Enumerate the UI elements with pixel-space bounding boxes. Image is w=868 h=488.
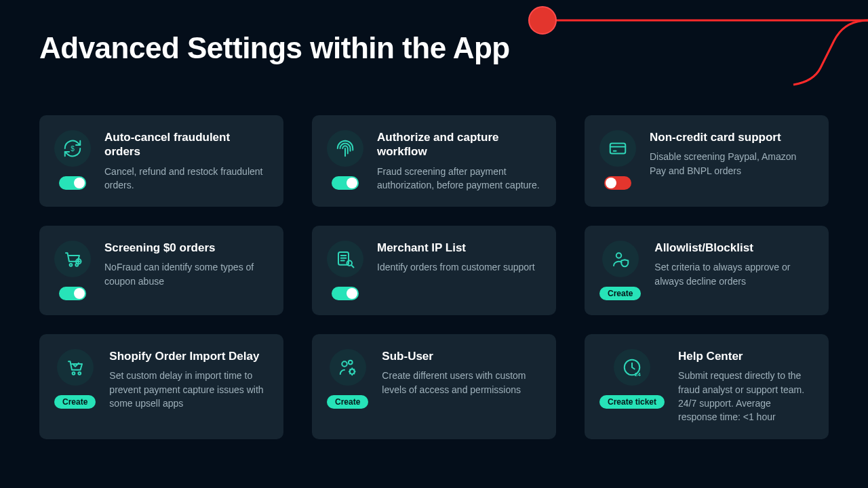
create-ticket-button[interactable]: Create ticket — [599, 395, 665, 409]
card-title: Non-credit card support — [650, 130, 812, 144]
svg-text:$: $ — [71, 145, 75, 152]
card-auto-cancel: $ Auto-cancel fraudulent orders Cancel, … — [39, 115, 283, 207]
create-import-delay-button[interactable]: Create — [54, 395, 96, 409]
card-title: Auto-cancel fraudulent orders — [104, 130, 267, 159]
svg-point-11 — [78, 372, 81, 375]
card-title: Screening $0 orders — [104, 241, 267, 255]
card-desc: Cancel, refund and restock fraudulent or… — [104, 165, 267, 192]
card-desc: Set custom delay in import time to preve… — [109, 369, 267, 410]
svg-text:24: 24 — [635, 371, 642, 378]
card-sub-user: Create Sub-User Create different users w… — [312, 334, 556, 439]
credit-card-icon — [599, 130, 636, 167]
card-desc: Disable screening Paypal, Amazon Pay and… — [650, 150, 812, 178]
card-title: Shopify Order Import Delay — [109, 349, 267, 363]
card-merchant-ip: Merchant IP List Identify orders from cu… — [312, 226, 556, 315]
users-gear-icon — [330, 349, 366, 386]
card-screening-zero: Screening $0 orders NoFraud can identify… — [39, 226, 283, 315]
svg-point-13 — [349, 361, 353, 365]
toggle-authorize-capture[interactable] — [332, 176, 359, 190]
settings-grid: $ Auto-cancel fraudulent orders Cancel, … — [39, 115, 829, 439]
svg-point-0 — [529, 7, 556, 34]
card-desc: Fraud screening after payment authorizat… — [377, 165, 540, 192]
card-desc: Identify orders from customer support — [377, 260, 540, 274]
card-desc: NoFraud can identify some types of coupo… — [104, 260, 267, 288]
card-title: Allowlist/Blocklist — [654, 241, 812, 255]
svg-point-1 — [529, 7, 556, 34]
card-non-credit-card: Non-credit card support Disable screenin… — [585, 115, 829, 207]
svg-point-12 — [342, 361, 347, 367]
toggle-merchant-ip[interactable] — [332, 287, 359, 300]
svg-rect-3 — [610, 144, 626, 154]
create-sub-user-button[interactable]: Create — [327, 395, 368, 409]
card-title: Help Center — [678, 349, 812, 363]
card-title: Merchant IP List — [377, 241, 540, 255]
list-search-icon — [327, 241, 363, 277]
clock-24-icon: 24 — [614, 349, 650, 386]
cart-plus-icon — [54, 241, 91, 277]
toggle-screening-zero[interactable] — [59, 287, 86, 300]
user-shield-icon — [602, 241, 639, 277]
card-desc: Create different users with custom level… — [382, 369, 540, 396]
card-allowlist-blocklist: Create Allowlist/Blocklist Set criteria … — [585, 226, 829, 315]
card-title: Sub-User — [382, 349, 540, 363]
card-desc: Submit request directly to the fraud ana… — [678, 369, 812, 424]
svg-point-10 — [72, 372, 75, 375]
header-decoration — [515, 0, 868, 88]
cart-check-icon — [57, 349, 94, 386]
create-allowlist-button[interactable]: Create — [599, 287, 641, 300]
card-import-delay: Create Shopify Order Import Delay Set cu… — [39, 334, 283, 439]
card-authorize-capture: Authorize and capture workflow Fraud scr… — [312, 115, 556, 207]
svg-point-4 — [70, 264, 73, 266]
card-help-center: 24 Create ticket Help Center Submit requ… — [585, 334, 829, 439]
card-title: Authorize and capture workflow — [377, 130, 540, 159]
toggle-non-credit-card[interactable] — [604, 176, 631, 190]
svg-point-9 — [616, 253, 621, 258]
refresh-dollar-icon: $ — [54, 130, 91, 167]
page-title: Advanced Settings within the App — [39, 31, 510, 65]
card-desc: Set criteria to always approve or always… — [654, 260, 812, 288]
toggle-auto-cancel[interactable] — [59, 176, 86, 190]
fingerprint-icon — [327, 130, 363, 167]
